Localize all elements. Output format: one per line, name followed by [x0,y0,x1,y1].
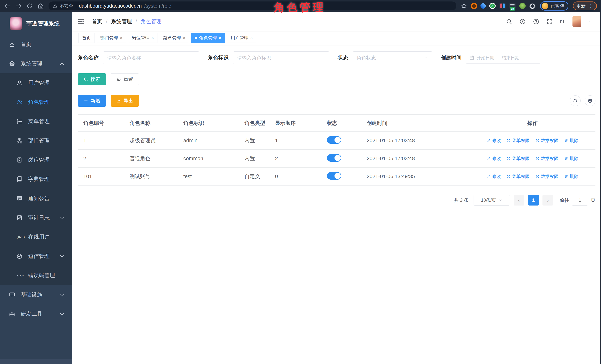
extension-icon[interactable] [471,3,477,9]
prev-page-button[interactable]: ‹ [514,195,524,206]
sidebar-item-label: 基础设施 [21,291,42,298]
security-warning[interactable]: 不安全 [53,3,73,9]
cell-role-name: 测试账号 [124,173,178,180]
tab-home[interactable]: 首页 [79,33,94,43]
chevron-down-icon[interactable] [588,20,592,23]
delete-link[interactable]: 删除 [564,156,579,161]
sidebar-item-role-management[interactable]: 角色管理 [0,93,72,112]
table-row: 101 测试账号 test 自定义 0 2021-01-06 13:49:35 … [78,167,595,186]
browser-back-icon[interactable] [4,3,11,9]
data-permission-link[interactable]: 数据权限 [535,138,559,144]
search-button-label: 搜索 [90,76,100,83]
breadcrumb-system[interactable]: 系统管理 [111,18,132,25]
column-header: 操作 [470,120,595,127]
extensions-puzzle-icon[interactable] [529,3,536,9]
browser-update-button[interactable]: 更新 ⋮ [573,1,597,10]
browser-forward-icon[interactable] [15,3,22,9]
app-title: 芋道管理系统 [26,20,60,27]
status-toggle[interactable] [327,136,341,144]
tab-role-active[interactable]: 角色管理 × [191,33,225,43]
sidebar-item-department-management[interactable]: 部门管理 [0,131,72,150]
export-button[interactable]: 导出 [111,95,139,107]
close-icon[interactable]: × [250,36,253,40]
sidebar-item-sms-management[interactable]: 短信管理 [0,247,72,266]
sidebar-item-error-code-management[interactable]: </> 错误码管理 [0,266,72,285]
browser-menu-icon[interactable]: ⋮ [588,3,593,9]
column-header: 创建时间 [361,120,470,127]
sidebar-item-label: 研发工具 [21,310,42,318]
menu-permission-link[interactable]: 菜单权限 [506,156,530,161]
sidebar-item-audit-log[interactable]: 审计日志 [0,208,72,227]
add-button[interactable]: 新增 [78,95,106,107]
help-icon[interactable] [533,18,539,25]
sidebar-item-label: 部门管理 [28,137,50,144]
book-icon [16,176,23,182]
extension-icon[interactable]: on [509,3,516,9]
tab-department[interactable]: 部门管理 × [97,33,126,43]
page-size-select[interactable]: 10条/页 [474,195,510,206]
sidebar-item-online-users[interactable]: (0×0) 在线用户 [0,227,72,247]
search-icon[interactable] [506,18,512,25]
address-bar[interactable]: 不安全 dashboard.yudao.iocoder.cn /system/r… [49,1,456,10]
sidebar-item-post-management[interactable]: 岗位管理 [0,150,72,170]
tab-post[interactable]: 岗位管理 × [128,33,157,43]
browser-home-icon[interactable] [37,3,44,9]
data-permission-link[interactable]: 数据权限 [535,156,559,161]
sidebar-logo[interactable]: 芋道管理系统 [0,12,72,35]
tab-user[interactable]: 用户管理 × [227,33,256,43]
close-icon[interactable]: × [120,36,122,40]
close-icon[interactable]: × [151,36,154,40]
menu-permission-link[interactable]: 菜单权限 [506,174,530,179]
url-path: /system/role [144,3,171,9]
content-area: 角色名称 角色标识 状态 角色状态 创建时间 [72,45,601,364]
search-button[interactable]: 搜索 [78,73,106,85]
role-name-input[interactable] [103,51,199,64]
browser-profile-chip[interactable]: 已暂停 [540,1,568,10]
sidebar-item-system-management[interactable]: 系统管理 [0,54,72,73]
data-permission-link[interactable]: 数据权限 [535,174,559,179]
extension-icon[interactable]: ✓ [489,3,496,9]
bookmark-star-icon[interactable] [461,3,467,9]
online-users-icon: (0×0) [16,235,24,239]
tab-menu[interactable]: 菜单管理 × [160,33,189,43]
close-icon[interactable]: × [219,36,221,40]
column-settings-button[interactable] [585,95,595,106]
sidebar-item-menu-management[interactable]: 菜单管理 [0,112,72,131]
date-range-picker[interactable]: 开始日期 - 结束日期 [466,52,540,64]
font-size-icon[interactable]: tT [560,18,565,25]
close-icon[interactable]: × [183,36,185,40]
user-avatar[interactable] [572,16,581,27]
refresh-table-button[interactable] [570,95,581,106]
status-select[interactable]: 角色状态 [353,51,432,64]
sidebar-item-dictionary-management[interactable]: 字典管理 [0,170,72,189]
sidebar-item-announcement[interactable]: 通知公告 [0,189,72,208]
menu-permission-link[interactable]: 菜单权限 [506,138,530,144]
delete-link[interactable]: 删除 [564,174,579,179]
sidebar-item-home[interactable]: 首页 [0,35,72,54]
edit-link[interactable]: 修改 [486,174,501,179]
extension-icon[interactable] [519,3,526,9]
browser-reload-icon[interactable] [26,3,33,9]
extension-icon[interactable] [499,3,506,9]
sidebar-item-user-management[interactable]: 用户管理 [0,73,72,93]
breadcrumb: 首页 / 系统管理 / 角色管理 [92,18,161,25]
sidebar-item-infrastructure[interactable]: 基础设施 [0,285,72,304]
fullscreen-icon[interactable] [546,18,553,25]
sidebar-item-devtools[interactable]: 研发工具 [0,304,72,324]
role-key-input[interactable] [233,51,329,64]
logo-image [10,17,22,30]
edit-link[interactable]: 修改 [486,138,501,144]
roles-icon [16,99,23,105]
page-1-button[interactable]: 1 [528,195,539,206]
hamburger-icon[interactable] [77,18,85,25]
goto-page-input[interactable] [572,195,588,206]
breadcrumb-home[interactable]: 首页 [92,18,102,25]
next-page-button[interactable]: › [542,195,553,206]
reset-button[interactable]: 重置 [111,73,139,85]
status-toggle[interactable] [327,172,341,180]
github-icon[interactable] [519,18,526,25]
extension-icon[interactable] [480,3,487,10]
status-toggle[interactable] [327,154,341,162]
delete-link[interactable]: 删除 [564,138,579,144]
edit-link[interactable]: 修改 [486,156,501,161]
